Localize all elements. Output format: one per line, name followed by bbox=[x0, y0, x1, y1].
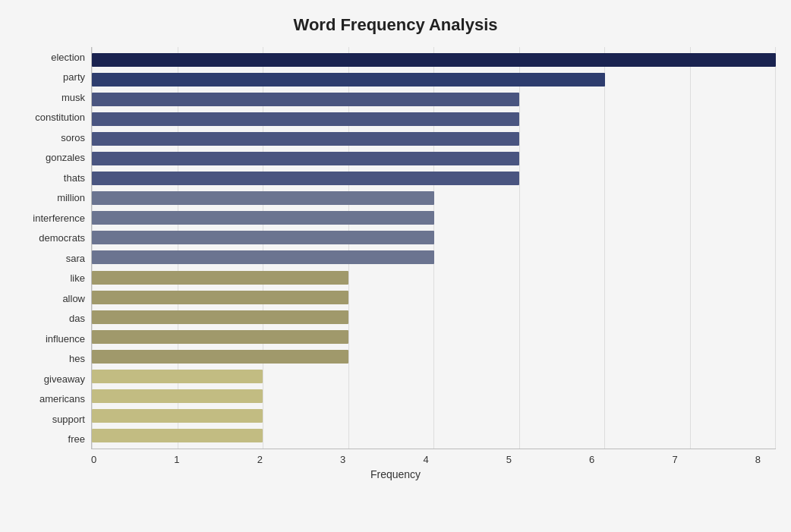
bar-row bbox=[92, 168, 776, 188]
bar-americans bbox=[92, 389, 263, 403]
y-label: giveaway bbox=[15, 374, 85, 384]
y-label: like bbox=[15, 273, 85, 283]
bar-party bbox=[92, 73, 605, 87]
bar-row bbox=[92, 327, 776, 347]
bar-row bbox=[92, 307, 776, 327]
bar-das bbox=[92, 310, 348, 324]
y-label: democrats bbox=[15, 233, 85, 243]
bar-row bbox=[92, 109, 776, 129]
bar-row bbox=[92, 70, 776, 90]
x-tick: 8 bbox=[755, 454, 761, 465]
y-label: influence bbox=[15, 334, 85, 344]
x-tick: 7 bbox=[672, 454, 677, 465]
bar-row bbox=[92, 149, 776, 168]
y-axis-labels: electionpartymuskconstitutionsorosgonzal… bbox=[15, 47, 91, 449]
bar-influence bbox=[92, 330, 348, 344]
y-label: musk bbox=[15, 93, 85, 102]
y-label: party bbox=[15, 72, 85, 82]
chart-title: Word Frequency Analysis bbox=[15, 15, 776, 35]
bar-row bbox=[92, 406, 776, 426]
bar-constitution bbox=[92, 112, 519, 126]
bar-democrats bbox=[92, 231, 434, 244]
bar-like bbox=[92, 271, 348, 285]
bar-row bbox=[92, 90, 776, 109]
bar-interference bbox=[92, 211, 434, 225]
bar-million bbox=[92, 191, 434, 205]
bar-free bbox=[92, 429, 263, 442]
y-label: thats bbox=[15, 173, 85, 183]
bar-row bbox=[92, 247, 776, 267]
bar-soros bbox=[92, 132, 519, 146]
plot-area bbox=[91, 47, 776, 449]
bar-thats bbox=[92, 172, 519, 185]
y-label: hes bbox=[15, 354, 85, 364]
bar-row bbox=[92, 288, 776, 307]
bar-allow bbox=[92, 291, 348, 304]
bar-row bbox=[92, 50, 776, 70]
x-tick: 1 bbox=[174, 454, 179, 465]
bar-support bbox=[92, 409, 263, 423]
y-label: interference bbox=[15, 213, 85, 223]
chart-container: Word Frequency Analysis electionpartymus… bbox=[0, 0, 791, 532]
y-label: allow bbox=[15, 294, 85, 304]
bar-row bbox=[92, 208, 776, 228]
x-axis: 012345678 Frequency bbox=[15, 449, 776, 480]
bar-row bbox=[92, 347, 776, 367]
bar-row bbox=[92, 188, 776, 208]
bar-election bbox=[92, 53, 776, 67]
y-label: americans bbox=[15, 394, 85, 404]
x-tick: 5 bbox=[506, 454, 512, 465]
y-label: sara bbox=[15, 253, 85, 263]
bar-row bbox=[92, 367, 776, 386]
y-label: election bbox=[15, 52, 85, 62]
bar-sara bbox=[92, 250, 434, 264]
x-tick: 4 bbox=[423, 454, 428, 465]
y-label: million bbox=[15, 193, 85, 203]
bar-row bbox=[92, 228, 776, 247]
y-label: constitution bbox=[15, 112, 85, 122]
y-label: support bbox=[15, 414, 85, 424]
bar-hes bbox=[92, 350, 348, 364]
bar-row bbox=[92, 426, 776, 445]
y-label: free bbox=[15, 434, 85, 444]
x-axis-title: Frequency bbox=[15, 468, 776, 480]
bar-row bbox=[92, 386, 776, 406]
x-tick: 3 bbox=[340, 454, 345, 465]
x-tick: 2 bbox=[257, 454, 263, 465]
bar-gonzales bbox=[92, 152, 519, 165]
x-tick: 6 bbox=[589, 454, 594, 465]
bar-musk bbox=[92, 93, 519, 106]
y-label: soros bbox=[15, 133, 85, 143]
bar-row bbox=[92, 268, 776, 288]
y-label: gonzales bbox=[15, 153, 85, 162]
bar-row bbox=[92, 129, 776, 149]
y-label: das bbox=[15, 313, 85, 323]
bars-wrapper bbox=[92, 47, 776, 449]
bar-giveaway bbox=[92, 370, 263, 383]
x-tick: 0 bbox=[91, 454, 96, 465]
